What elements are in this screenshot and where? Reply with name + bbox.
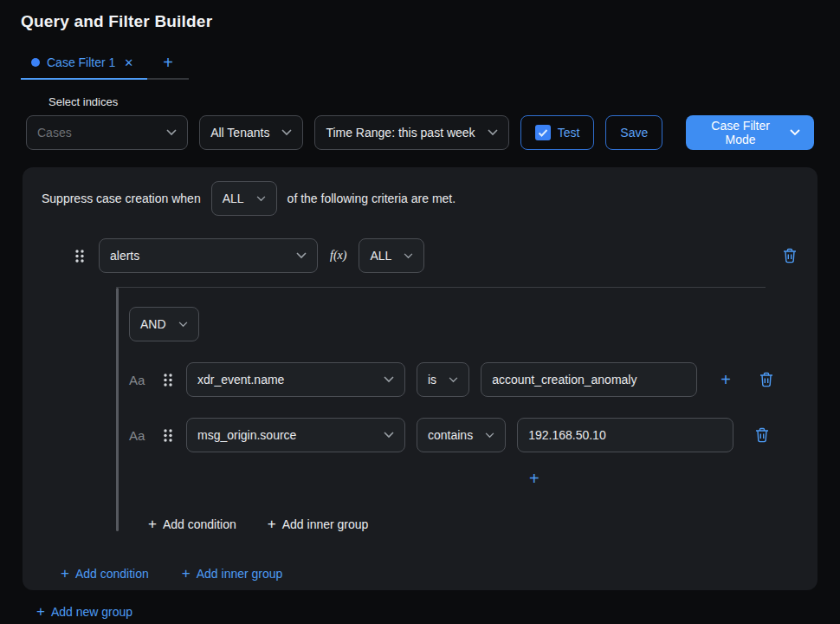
logic-operator-value: AND — [140, 317, 166, 331]
add-inner-group-button[interactable]: + Add inner group — [268, 517, 369, 531]
plus-icon: + — [36, 604, 45, 619]
condition-delete-button[interactable] — [758, 370, 775, 389]
condition-operator-value: contains — [428, 428, 473, 442]
condition-operator-select[interactable]: contains — [417, 418, 506, 452]
add-condition-button[interactable]: + Add condition — [61, 566, 149, 581]
save-button-label: Save — [620, 126, 648, 140]
suppress-row: Suppress case creation when ALL of the f… — [42, 181, 798, 216]
query-filter-builder-page: Query and Filter Builder Case Filter 1 ✕… — [0, 0, 840, 624]
tenants-select[interactable]: All Tenants — [199, 115, 303, 150]
chevron-down-icon — [449, 377, 458, 383]
fx-label: f(x) — [330, 249, 346, 263]
add-condition-label: Add condition — [75, 567, 149, 581]
add-new-group-button[interactable]: + Add new group — [36, 604, 132, 619]
tab-label: Case Filter 1 — [47, 55, 115, 69]
fx-operator-select[interactable]: ALL — [359, 238, 424, 273]
chevron-down-icon — [281, 129, 292, 136]
case-filter-mode-label: Case Filter Mode — [700, 119, 781, 146]
add-inner-group-label: Add inner group — [197, 567, 283, 581]
suppress-text-prefix: Suppress case creation when — [42, 192, 201, 205]
select-indices-label: Select indices — [48, 95, 840, 108]
time-range-select-value: Time Range: this past week — [326, 126, 475, 140]
chevron-down-icon — [790, 129, 800, 136]
test-icon — [535, 125, 551, 140]
time-range-select[interactable]: Time Range: this past week — [314, 115, 508, 150]
suppress-operator-value: ALL — [223, 192, 244, 205]
trash-icon — [759, 372, 773, 387]
chevron-down-icon — [488, 129, 498, 136]
indices-select-value: Cases — [37, 126, 72, 140]
tab-status-dot-icon — [31, 58, 40, 67]
condition-operator-select[interactable]: is — [417, 362, 469, 397]
condition-field-select[interactable]: msg_origin.source — [186, 418, 405, 452]
plus-icon: + — [268, 517, 276, 531]
tab-case-filter-1[interactable]: Case Filter 1 ✕ — [21, 50, 147, 80]
add-condition-inline-button[interactable]: + — [526, 468, 543, 489]
condition-operator-value: is — [428, 373, 436, 387]
condition-field-select[interactable]: xdr_event.name — [186, 362, 405, 397]
group-delete-button[interactable] — [781, 246, 798, 265]
page-title: Query and Filter Builder — [0, 0, 840, 31]
chevron-down-icon — [384, 376, 394, 383]
toolbar: Cases All Tenants Time Range: this past … — [0, 115, 840, 150]
chevron-down-icon — [178, 322, 188, 328]
add-condition-button[interactable]: + Add condition — [148, 517, 236, 531]
condition-type-icon: Aa — [129, 428, 150, 443]
group-field-value: alerts — [110, 249, 139, 263]
condition-value-input[interactable] — [517, 418, 733, 452]
add-inner-group-label: Add inner group — [282, 517, 369, 531]
add-tab-button[interactable]: + — [147, 50, 189, 78]
inner-group-actions: + Add condition + Add inner group — [148, 517, 775, 531]
drag-handle-icon[interactable] — [161, 371, 175, 389]
group-row: alerts f(x) ALL — [73, 238, 798, 273]
condition-field-value: msg_origin.source — [197, 428, 296, 442]
condition-field-value: xdr_event.name — [197, 373, 284, 387]
nested-condition-group: AND Aa xdr_event.name — [116, 287, 766, 531]
test-button[interactable]: Test — [520, 115, 595, 150]
tab-bar: Case Filter 1 ✕ + — [21, 50, 189, 80]
condition-type-icon: Aa — [129, 373, 150, 387]
add-inner-group-button[interactable]: + Add inner group — [182, 566, 283, 581]
chevron-down-icon — [384, 432, 394, 439]
chevron-down-icon — [166, 129, 177, 136]
condition-row: Aa xdr_event.name is — [129, 362, 775, 397]
add-new-group-label: Add new group — [51, 605, 132, 619]
condition-delete-button[interactable] — [753, 426, 771, 445]
drag-handle-icon[interactable] — [73, 247, 87, 265]
condition-row: Aa msg_origin.source contains — [129, 418, 775, 452]
group-actions: + Add condition + Add inner group — [61, 566, 798, 581]
nested-group-body: AND Aa xdr_event.name — [119, 288, 775, 531]
indices-select[interactable]: Cases — [26, 115, 188, 150]
plus-icon: + — [61, 566, 69, 581]
add-value-button[interactable]: + — [717, 369, 734, 390]
tenants-select-value: All Tenants — [210, 126, 269, 140]
filter-group-panel: Suppress case creation when ALL of the f… — [23, 167, 817, 590]
test-button-label: Test — [558, 126, 580, 140]
save-button[interactable]: Save — [605, 115, 662, 150]
plus-icon: + — [148, 517, 157, 531]
case-filter-mode-button[interactable]: Case Filter Mode — [686, 115, 814, 150]
plus-icon: + — [182, 566, 191, 581]
group-field-select[interactable]: alerts — [99, 238, 318, 273]
chevron-down-icon — [404, 253, 413, 259]
condition-value-input[interactable] — [481, 362, 697, 397]
suppress-text-suffix: of the following criteria are met. — [288, 192, 456, 205]
trash-icon — [783, 248, 797, 263]
trash-icon — [755, 427, 769, 443]
chevron-down-icon — [485, 432, 494, 439]
chevron-down-icon — [256, 196, 266, 202]
add-condition-label: Add condition — [163, 517, 236, 531]
fx-operator-value: ALL — [370, 249, 391, 263]
tab-close-icon[interactable]: ✕ — [122, 56, 135, 69]
suppress-operator-select[interactable]: ALL — [211, 181, 277, 216]
drag-handle-icon[interactable] — [161, 426, 175, 445]
logic-operator-select[interactable]: AND — [129, 307, 199, 341]
chevron-down-icon — [296, 252, 307, 259]
